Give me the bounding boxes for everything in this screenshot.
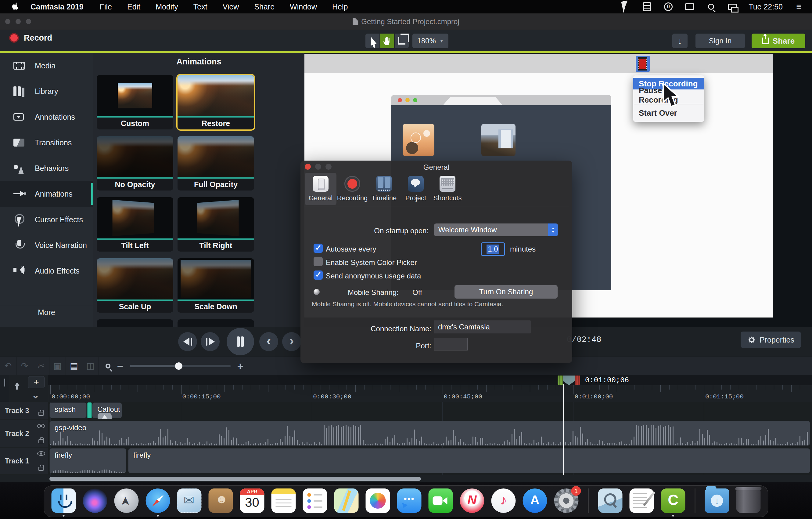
sidebar-item-voice-narration[interactable]: Voice Narration [0,232,93,258]
dock-icon-downloads[interactable] [705,489,729,513]
menu-item-file[interactable]: File [92,0,120,13]
dock-icon-reminders[interactable] [303,489,327,513]
jump-back-button[interactable]: ‹ [259,332,278,351]
window-minimize-button[interactable] [16,19,21,24]
displays-icon[interactable] [727,2,737,11]
animation-card-no-opacity[interactable]: No Opacity [97,136,173,191]
callout-marker-icon[interactable] [97,413,112,419]
dock-icon-music[interactable] [491,489,516,513]
redo-button[interactable]: ↷ [17,357,33,375]
eye-icon[interactable] [37,451,45,456]
animation-card-partial[interactable] [177,319,254,327]
sidebar-item-behaviors[interactable]: Behaviors [0,155,93,181]
selection-out-handle[interactable] [575,376,580,385]
window-close-button[interactable] [5,19,10,24]
startup-select[interactable]: Welcome Window ▲▼ [434,223,558,236]
sidebar-item-transitions[interactable]: Transitions [0,130,93,155]
pause-button[interactable] [227,328,254,355]
menu-item-edit[interactable]: Edit [120,0,148,13]
autosave-value-field[interactable]: 1.0 [481,242,505,256]
download-button[interactable]: ↓ [672,34,688,48]
dock-icon-contacts[interactable] [209,489,233,513]
menu-clock[interactable]: Tue 22:50 [749,2,783,11]
sidebar-item-more[interactable]: More [0,308,93,317]
display-icon[interactable] [685,2,695,11]
dock-icon-messages[interactable] [397,489,422,513]
dock-icon-appstore[interactable] [523,489,547,513]
apple-logo-icon[interactable] [12,2,20,11]
color-picker-checkbox[interactable] [314,257,323,266]
sidebar-item-audio-effects[interactable]: Audio Effects [0,258,93,283]
filmstrip-icon[interactable] [642,2,652,11]
selection-in-handle[interactable] [558,376,563,385]
previous-frame-button[interactable] [178,332,197,351]
playhead-marker[interactable] [558,376,580,385]
share-button[interactable]: Share [752,34,805,48]
dock-icon-notes[interactable] [271,489,296,513]
dock-icon-photos[interactable] [366,489,390,513]
menu-item-share[interactable]: Share [246,0,282,13]
autosave-checkbox[interactable] [314,244,323,253]
animation-card-tilt-left[interactable]: Tilt Left [97,197,173,251]
crop-tool-button[interactable] [395,34,409,48]
canvas-zoom-select[interactable]: 180%▼ [412,34,448,48]
dock-icon-launchpad[interactable] [114,489,139,513]
eye-icon[interactable] [37,424,45,428]
record-button[interactable]: Record [9,33,52,43]
next-frame-button[interactable] [201,332,220,351]
animation-card-restore[interactable]: Restore [177,75,254,130]
dock-icon-camtasia[interactable] [661,489,686,513]
sidebar-item-annotations[interactable]: Annotations [0,104,93,130]
dock-icon-settings[interactable]: 1 [554,489,579,513]
animation-card-full-opacity[interactable]: Full Opacity [177,136,254,191]
split-button[interactable]: ◫ [82,357,99,375]
clip-firefly[interactable]: firefly [128,448,810,473]
dock-icon-trash[interactable] [736,489,761,513]
playhead-head[interactable] [563,376,575,385]
recorder-pointer-icon[interactable] [620,2,631,11]
gutter-up-arrow-icon[interactable] [14,380,20,386]
animation-card-scale-down[interactable]: Scale Down [177,258,254,312]
sidebar-item-library[interactable]: Library [0,79,93,104]
collapse-tracks-button[interactable]: ⌄ [32,389,39,400]
tab-recording[interactable]: Recording [337,173,368,205]
lock-icon[interactable] [38,439,44,443]
dock-icon-calendar[interactable]: APR30 [240,489,264,513]
window-zoom-button[interactable] [26,19,31,24]
turn-on-sharing-button[interactable]: Turn On Sharing [455,285,558,299]
animation-handle[interactable] [87,402,92,418]
lock-icon[interactable] [38,467,44,471]
dock-icon-news[interactable] [460,489,484,513]
sign-in-button[interactable]: Sign In [695,34,745,48]
dock-icon-preview[interactable] [598,489,622,513]
animation-card-partial[interactable] [97,319,173,327]
clip-gsp-video[interactable]: gsp-video [50,421,810,446]
zoom-slider-knob[interactable] [175,362,182,370]
cut-button[interactable]: ✂ [33,357,50,375]
pan-tool-button[interactable] [380,34,394,48]
dock-icon-siri[interactable] [83,489,107,513]
animation-card-custom[interactable]: Custom [97,75,173,130]
menu-item-modify[interactable]: Modify [148,0,186,13]
dock-icon-textedit[interactable] [630,489,654,513]
notification-list-icon[interactable]: ≡ [794,2,804,11]
menu-item-window[interactable]: Window [282,0,324,13]
undo-button[interactable]: ↶ [0,357,17,375]
copy-button[interactable]: ▣ [50,357,66,375]
dock-icon-safari[interactable] [146,489,170,513]
dock-icon-facetime[interactable] [429,489,453,513]
dock-icon-maps[interactable] [334,489,359,513]
scrollbar-thumb[interactable] [50,477,421,481]
tab-shortcuts[interactable]: Shortcuts [432,173,463,205]
lock-icon[interactable] [38,412,44,416]
recorder-menu-icon[interactable] [636,56,650,72]
playhead-line[interactable] [563,384,564,475]
paste-button[interactable]: ▤ [66,357,82,375]
clip-firefly[interactable]: firefly [50,448,126,473]
properties-button[interactable]: Properties [741,332,801,348]
menu-item-app[interactable]: Camtasia 2019 [22,0,92,13]
dock-icon-mail[interactable] [177,489,202,513]
one-password-icon[interactable]: 0 [663,2,673,11]
dock-icon-finder[interactable] [52,489,76,513]
clip-splash[interactable]: splash [50,402,87,418]
